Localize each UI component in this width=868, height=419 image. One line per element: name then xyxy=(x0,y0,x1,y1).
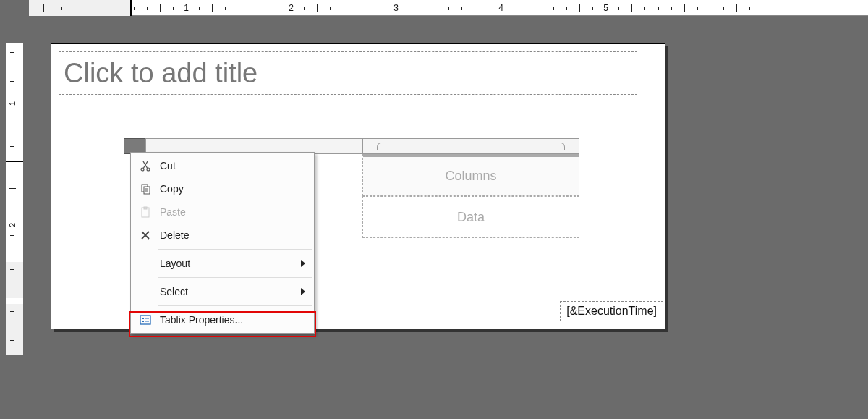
report-title-placeholder[interactable]: Click to add title xyxy=(59,51,637,95)
chevron-right-icon xyxy=(301,260,305,267)
menu-copy-label: Copy xyxy=(160,183,305,195)
menu-layout[interactable]: Layout xyxy=(131,252,314,275)
delete-x-icon xyxy=(131,229,160,241)
data-label: Data xyxy=(457,210,485,225)
ruler-corner xyxy=(0,0,29,16)
menu-tablix-properties-label: Tablix Properties... xyxy=(160,314,305,326)
menu-paste-label: Paste xyxy=(160,206,305,218)
vertical-ruler[interactable]: 1 2 xyxy=(0,16,29,419)
horizontal-ruler[interactable]: 1 2 3 xyxy=(29,0,868,16)
tablix-column-group-indicator[interactable] xyxy=(362,138,579,154)
svg-rect-12 xyxy=(142,321,144,322)
clipboard-icon xyxy=(131,206,160,218)
menu-separator xyxy=(158,249,312,250)
menu-paste: Paste xyxy=(131,200,314,224)
menu-layout-label: Layout xyxy=(160,258,301,269)
chevron-right-icon xyxy=(301,288,305,295)
copy-icon xyxy=(131,183,160,195)
column-group-bracket-icon xyxy=(377,143,565,150)
ruler-v-number: 1 xyxy=(8,101,17,106)
menu-separator xyxy=(158,277,312,278)
menu-delete[interactable]: Delete xyxy=(131,224,314,247)
menu-tablix-properties[interactable]: Tablix Properties... xyxy=(131,308,314,331)
menu-separator xyxy=(158,305,312,306)
menu-copy[interactable]: Copy xyxy=(131,177,314,200)
menu-cut[interactable]: Cut xyxy=(131,154,314,177)
execution-time-expression: [&ExecutionTime] xyxy=(566,305,657,317)
ruler-h-margin xyxy=(29,0,130,16)
menu-cut-label: Cut xyxy=(160,160,305,172)
properties-icon xyxy=(131,314,160,326)
svg-point-0 xyxy=(141,168,144,171)
svg-rect-10 xyxy=(142,318,144,319)
title-placeholder-text: Click to add title xyxy=(64,58,258,89)
menu-delete-label: Delete xyxy=(160,229,305,241)
scissors-icon xyxy=(131,160,160,172)
svg-point-1 xyxy=(147,168,150,171)
execution-time-textbox[interactable]: [&ExecutionTime] xyxy=(560,301,663,321)
tablix-data-cell[interactable]: Data xyxy=(362,196,579,238)
tablix-columns-cell[interactable]: Columns xyxy=(362,154,579,196)
menu-select-label: Select xyxy=(160,286,301,297)
svg-rect-8 xyxy=(144,207,147,209)
columns-label: Columns xyxy=(445,169,496,184)
ruler-h-origin-marker xyxy=(130,0,132,16)
ruler-v-number: 2 xyxy=(8,223,17,227)
tablix-context-menu: Cut Copy Paste Delete Layout Select Tabl… xyxy=(130,152,315,334)
menu-select[interactable]: Select xyxy=(131,280,314,303)
ruler-v-origin-marker xyxy=(6,161,23,162)
svg-rect-9 xyxy=(140,316,150,324)
